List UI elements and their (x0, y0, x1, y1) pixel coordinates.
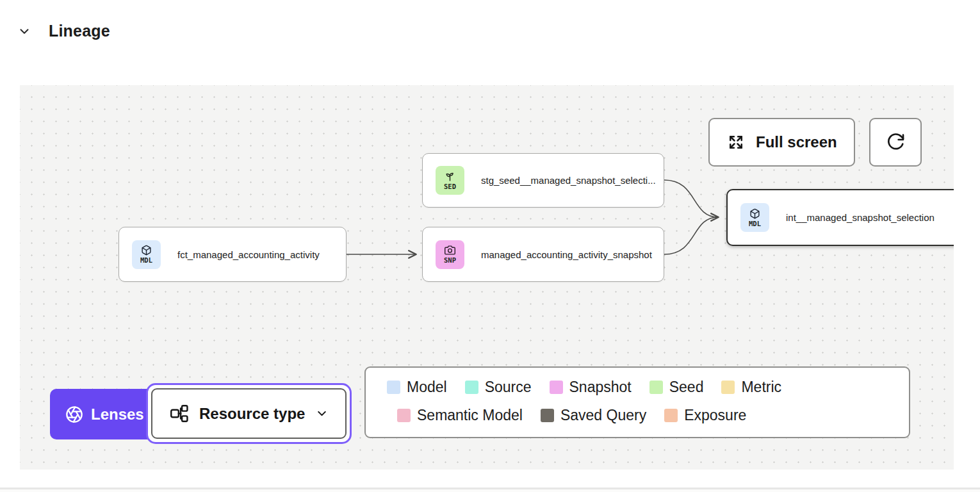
node-label: int__managed_snapshot_selection (786, 212, 935, 223)
resource-type-label: Resource type (199, 405, 305, 423)
resource-type-dropdown[interactable]: Resource type (151, 388, 347, 439)
lineage-node-model-int-selected[interactable]: MDL int__managed_snapshot_selection (726, 189, 954, 246)
legend-item-source: Source (465, 379, 532, 396)
badge-code: MDL (140, 256, 152, 264)
resource-type-legend: Model Source Snapshot Seed Metric (364, 366, 910, 438)
lineage-node-seed[interactable]: SED stg_seed__managed_snapshot_selecti..… (422, 153, 664, 208)
hierarchy-icon (169, 404, 189, 423)
node-label: stg_seed__managed_snapshot_selecti... (481, 175, 656, 186)
legend-label: Metric (741, 379, 781, 396)
full-screen-label: Full screen (756, 133, 837, 151)
resource-badge: SNP (436, 240, 464, 269)
legend-label: Snapshot (569, 379, 632, 396)
legend-swatch (465, 381, 478, 394)
refresh-button[interactable] (869, 118, 922, 167)
legend-swatch (721, 381, 735, 394)
legend-item-saved-query: Saved Query (541, 407, 646, 424)
legend-label: Source (485, 379, 532, 396)
legend-swatch (550, 381, 563, 394)
legend-item-exposure: Exposure (664, 407, 746, 424)
rotate-cw-icon (885, 132, 906, 152)
bottom-fill (0, 489, 980, 492)
cube-icon (749, 208, 760, 219)
camera-icon (445, 245, 455, 256)
full-screen-button[interactable]: Full screen (708, 118, 855, 167)
legend-label: Model (407, 379, 447, 396)
lineage-node-model-fct[interactable]: MDL fct_managed_accounting_activity (118, 227, 347, 282)
legend-swatch (541, 409, 554, 422)
badge-code: SNP (444, 256, 456, 264)
badge-code: SED (444, 183, 456, 190)
lenses-label: Lenses (91, 406, 144, 423)
resource-badge: MDL (740, 203, 769, 232)
legend-swatch (397, 409, 411, 422)
node-label: fct_managed_accounting_activity (177, 249, 320, 260)
legend-swatch (649, 381, 663, 394)
legend-item-metric: Metric (721, 379, 781, 396)
legend-row-2: Semantic Model Saved Query Exposure (387, 407, 909, 424)
lineage-page: Lineage Full scre (0, 0, 980, 492)
legend-label: Semantic Model (417, 407, 523, 424)
collapse-section-button[interactable] (15, 22, 33, 40)
resource-type-focus-ring: Resource type (146, 383, 352, 444)
lineage-canvas[interactable]: Full screen SED (20, 85, 954, 470)
badge-code: MDL (749, 220, 761, 227)
resource-badge: MDL (132, 240, 161, 269)
legend-item-seed: Seed (649, 379, 704, 396)
lineage-header: Lineage (15, 22, 110, 40)
node-label: managed_accounting_activity_snapshot (481, 249, 652, 260)
legend-item-semantic-model: Semantic Model (397, 407, 523, 424)
cube-icon (141, 245, 152, 256)
chevron-down-icon (17, 24, 31, 38)
lineage-node-snapshot[interactable]: SNP managed_accounting_activity_snapshot (422, 227, 664, 282)
aperture-icon (65, 406, 83, 423)
seed-icon (445, 171, 455, 182)
resource-badge: SED (436, 166, 464, 195)
page-title: Lineage (49, 22, 110, 40)
legend-swatch (664, 409, 678, 422)
chevron-down-icon (315, 407, 329, 420)
legend-item-snapshot: Snapshot (550, 379, 632, 396)
legend-label: Exposure (684, 407, 746, 424)
legend-item-model: Model (387, 379, 447, 396)
legend-label: Seed (669, 379, 704, 396)
legend-swatch (387, 381, 400, 394)
lenses-button[interactable]: Lenses (50, 389, 159, 439)
expand-arrows-icon (726, 133, 746, 152)
legend-label: Saved Query (560, 407, 646, 424)
legend-row-1: Model Source Snapshot Seed Metric (387, 379, 909, 396)
